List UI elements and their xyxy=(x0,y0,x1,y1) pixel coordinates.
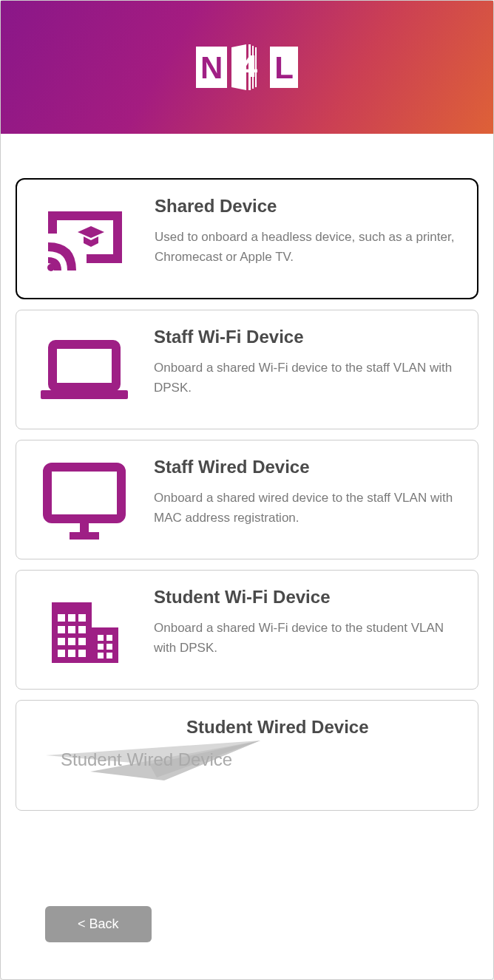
svg-rect-12 xyxy=(68,614,75,622)
svg-rect-15 xyxy=(68,626,75,633)
back-button[interactable]: < Back xyxy=(45,906,152,942)
logo-letter-l: L xyxy=(270,47,298,88)
laptop-icon xyxy=(33,331,136,412)
svg-rect-27 xyxy=(98,653,104,659)
logo-letter-n: N xyxy=(196,47,227,88)
footer: < Back xyxy=(16,906,478,964)
svg-rect-7 xyxy=(80,520,89,532)
option-description: Onboard a shared wired device to the sta… xyxy=(154,488,461,528)
option-description: Used to onboard a headless device, such … xyxy=(155,227,461,267)
svg-rect-11 xyxy=(58,614,65,622)
svg-rect-25 xyxy=(98,644,104,650)
svg-rect-10 xyxy=(92,627,118,663)
option-title: Student Wired Device xyxy=(186,717,369,738)
svg-rect-24 xyxy=(106,635,112,641)
options-list: Shared Device Used to onboard a headless… xyxy=(1,134,493,979)
n4l-logo: N 4 L xyxy=(196,44,298,90)
svg-rect-5 xyxy=(41,390,128,399)
svg-rect-6 xyxy=(47,467,121,519)
header-banner: N 4 L xyxy=(1,1,493,134)
paper-plane-watermark: Student Wired Device xyxy=(61,749,232,770)
buildings-icon xyxy=(33,591,136,673)
svg-rect-4 xyxy=(53,344,116,387)
option-title: Staff Wired Device xyxy=(154,457,461,477)
svg-rect-22 xyxy=(78,650,86,657)
logo-digit-4: 4 xyxy=(229,44,268,90)
option-student-wired-device[interactable]: Student Wired Device Student Wired Devic… xyxy=(16,700,478,811)
watermark-text: Student Wired Device xyxy=(61,749,232,769)
svg-rect-16 xyxy=(78,626,86,633)
svg-point-3 xyxy=(47,264,55,271)
option-staff-wifi-device[interactable]: Staff Wi-Fi Device Onboard a shared Wi-F… xyxy=(16,310,478,429)
option-student-wifi-device[interactable]: Student Wi-Fi Device Onboard a shared Wi… xyxy=(16,570,478,690)
option-title: Shared Device xyxy=(155,196,461,217)
svg-rect-17 xyxy=(58,638,65,645)
cast-education-icon xyxy=(33,200,137,282)
svg-rect-21 xyxy=(68,650,75,657)
option-title: Staff Wi-Fi Device xyxy=(154,327,461,347)
app-window: N 4 L xyxy=(0,0,494,980)
svg-rect-14 xyxy=(58,626,65,633)
svg-rect-23 xyxy=(98,635,104,641)
svg-rect-8 xyxy=(70,532,99,540)
svg-rect-18 xyxy=(68,638,75,645)
option-description: Onboard a shared Wi-Fi device to the stu… xyxy=(154,618,461,658)
monitor-icon xyxy=(33,461,136,542)
option-title: Student Wi-Fi Device xyxy=(154,587,461,608)
svg-rect-19 xyxy=(78,638,86,645)
option-staff-wired-device[interactable]: Staff Wired Device Onboard a shared wire… xyxy=(16,440,478,559)
option-shared-device[interactable]: Shared Device Used to onboard a headless… xyxy=(16,178,478,299)
option-description: Onboard a shared Wi-Fi device to the sta… xyxy=(154,358,461,398)
svg-rect-26 xyxy=(106,644,112,650)
svg-rect-20 xyxy=(58,650,65,657)
svg-rect-13 xyxy=(78,614,86,622)
svg-rect-28 xyxy=(106,653,112,659)
